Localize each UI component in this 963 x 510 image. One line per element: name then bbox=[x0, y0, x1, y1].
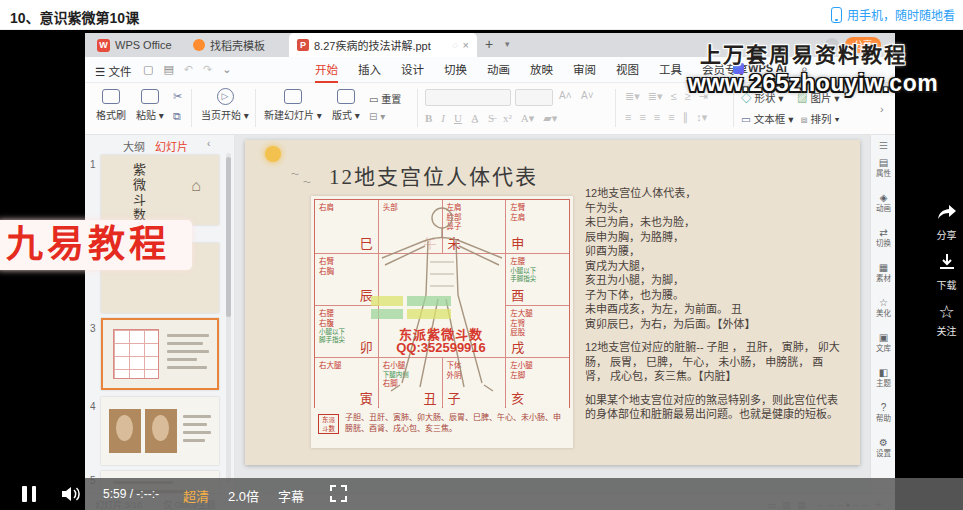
tab-start[interactable]: 开始 bbox=[315, 57, 338, 83]
rail-settings[interactable]: ⚙设置 bbox=[871, 437, 896, 458]
thumb3-mini-diagram bbox=[113, 329, 159, 379]
tab-docer-templates[interactable]: 找稻壳模板 bbox=[185, 33, 273, 57]
number-list-icon[interactable]: ≣▾ bbox=[648, 90, 663, 103]
ribbon-divider bbox=[191, 89, 192, 127]
layout-button[interactable]: 版式 ▾ bbox=[327, 89, 365, 122]
watermark-headline: 上万套周易资料教程 bbox=[700, 38, 907, 68]
play-from-current-button[interactable]: ▷ 当页开始 ▾ bbox=[197, 88, 253, 122]
tab-list-caret-icon[interactable]: ▾ bbox=[505, 39, 510, 49]
print-icon[interactable]: ▤ bbox=[163, 63, 173, 76]
format-painter-button[interactable]: 格式刷 bbox=[93, 89, 129, 122]
justify-icon[interactable]: ≡ bbox=[668, 111, 674, 124]
rail-animation[interactable]: ◈动画 bbox=[871, 192, 896, 213]
ribbon-menu-tabs: 开始 插入 设计 切换 动画 放映 审阅 视图 工具 会员专享 bbox=[315, 57, 748, 83]
highlight-block bbox=[371, 296, 403, 306]
close-tab-icon[interactable]: × bbox=[463, 39, 469, 51]
download-action-button[interactable]: 下载 bbox=[930, 253, 963, 292]
font-color-icon[interactable]: A▾ bbox=[521, 112, 534, 125]
palace-cell-shen: 左臂 左肩申 bbox=[506, 200, 569, 253]
ribbon-expand-icon[interactable]: › bbox=[880, 103, 884, 115]
slide-thumb-4[interactable] bbox=[101, 397, 219, 465]
subtitle-button[interactable]: 字幕 bbox=[278, 486, 304, 505]
line-spacing-icon[interactable]: ↕▾ bbox=[696, 111, 707, 124]
collapse-panel-icon[interactable]: ‹ bbox=[207, 138, 210, 149]
speed-button[interactable]: 2.0倍 bbox=[228, 486, 259, 505]
tab-transition[interactable]: 切换 bbox=[444, 57, 467, 83]
watermark-url: www.265zhouyiw.com bbox=[688, 70, 938, 97]
redo-icon[interactable]: ↷ bbox=[203, 63, 212, 76]
tab-outline[interactable]: 大纲 bbox=[123, 138, 145, 154]
grow-font-icon[interactable]: A˄ bbox=[559, 90, 572, 101]
tab-document[interactable]: P 8.27疾病的技法讲解.ppt ◌ × bbox=[289, 33, 477, 57]
font-family-select[interactable] bbox=[425, 89, 511, 106]
outdent-icon[interactable]: ≤ bbox=[671, 90, 677, 103]
align-format-group: ≡ ≡ ≡ ≡ ∥ ↕▾ bbox=[625, 111, 707, 124]
tab-design[interactable]: 设计 bbox=[401, 57, 424, 83]
share-action-button[interactable]: 分享 bbox=[930, 203, 963, 242]
rail-beautify[interactable]: ☆美化 bbox=[871, 297, 896, 318]
paste-button[interactable]: 粘贴 ▾ bbox=[133, 89, 167, 122]
align-right-icon[interactable]: ≡ bbox=[654, 111, 660, 124]
tab-view[interactable]: 视图 bbox=[616, 57, 639, 83]
lesson-title: 10、意识紫微第10课 bbox=[10, 7, 139, 27]
tab-review[interactable]: 审阅 bbox=[573, 57, 596, 83]
tab-animation[interactable]: 动画 bbox=[487, 57, 510, 83]
beautify-icon: ☆ bbox=[871, 297, 896, 309]
organ-caption: 子胆、丑肝、寅肺、卯大肠、辰胃、巳脾、午心、未小肠、申膀胱、酉肾、戌心包、亥三焦… bbox=[345, 412, 567, 434]
quality-button[interactable]: 超清 bbox=[183, 486, 209, 505]
superscript-icon[interactable]: x² bbox=[503, 112, 512, 125]
rail-assets[interactable]: ▦素材 bbox=[871, 262, 896, 283]
section-button[interactable]: ⊟ ▾ bbox=[369, 111, 385, 122]
video-control-bar: 5:59 / -:--:- 超清 2.0倍 字幕 bbox=[0, 478, 963, 510]
rail-library[interactable]: ▣文库 bbox=[871, 332, 896, 353]
new-tab-button[interactable]: + bbox=[485, 36, 493, 52]
font-size-select[interactable] bbox=[515, 89, 553, 106]
highlight-block bbox=[407, 296, 451, 306]
undo-icon[interactable]: ↶ bbox=[184, 63, 193, 76]
volume-icon[interactable] bbox=[60, 486, 82, 502]
watch-on-mobile-link[interactable]: 用手机，随时随地看 bbox=[831, 6, 955, 23]
reset-button[interactable]: ▭ 重置 bbox=[369, 91, 401, 106]
more-caret-icon[interactable]: ⌄ bbox=[222, 63, 231, 76]
mobile-hint-label: 用手机，随时随地看 bbox=[847, 6, 955, 23]
panel-tabs: 大纲 幻灯片 ‹ bbox=[85, 135, 235, 155]
align-center-icon[interactable]: ≡ bbox=[639, 111, 645, 124]
slide-thumb-3-selected[interactable] bbox=[101, 318, 219, 390]
control-bar-background bbox=[85, 478, 963, 510]
underline-icon[interactable]: U bbox=[454, 112, 462, 125]
rail-properties[interactable]: ▤属性 bbox=[871, 157, 896, 178]
highlight-icon[interactable]: ▰▾ bbox=[543, 112, 557, 125]
tab-slideshow[interactable]: 放映 bbox=[530, 57, 553, 83]
current-slide[interactable]: 〜 〜 12地支宫位人体代表 右肩巳 头部午 左肩 脸部 鼻子未 左臂 左肩申 … bbox=[245, 140, 860, 465]
rail-menu-icon[interactable]: ☰ bbox=[871, 140, 896, 151]
columns-icon[interactable]: ∥ bbox=[683, 111, 689, 124]
rail-theme[interactable]: ◧主题 bbox=[871, 367, 896, 388]
body-line: 卯酉为腰， bbox=[585, 244, 843, 259]
italic-icon[interactable]: I bbox=[441, 112, 445, 125]
file-menu-button[interactable]: ☰ 文件 bbox=[95, 63, 132, 79]
fullscreen-icon[interactable] bbox=[330, 485, 347, 502]
arrange-button[interactable]: ⧈ 排列 ▾ bbox=[801, 111, 840, 126]
tab-insert[interactable]: 插入 bbox=[358, 57, 381, 83]
shrink-font-icon[interactable]: A˅ bbox=[581, 90, 594, 101]
cut-icon[interactable]: ✂ bbox=[173, 90, 182, 103]
slide-thumb-1[interactable]: 紫微斗数 ⌂ bbox=[101, 155, 219, 225]
rail-transition[interactable]: ⇄切换 bbox=[871, 227, 896, 248]
char-spacing-icon[interactable]: A̲ bbox=[471, 112, 479, 125]
textbox-button[interactable]: ▭ 文本框 ▾ bbox=[741, 111, 794, 126]
strikethrough-icon[interactable]: S̶ bbox=[488, 112, 494, 125]
align-left-icon[interactable]: ≡ bbox=[625, 111, 631, 124]
thumbnail-scrollbar-thumb[interactable] bbox=[226, 157, 231, 317]
tab-tools[interactable]: 工具 bbox=[659, 57, 682, 83]
tab-wps-home[interactable]: W WPS Office bbox=[89, 33, 180, 57]
bullet-list-icon[interactable]: ≣▾ bbox=[625, 90, 640, 103]
copy-icon[interactable]: ⧉ bbox=[173, 110, 181, 123]
new-slide-button[interactable]: 新建幻灯片 ▾ bbox=[261, 89, 325, 122]
bold-icon[interactable]: B bbox=[425, 112, 432, 125]
save-icon[interactable]: ▢ bbox=[143, 63, 153, 76]
rail-help[interactable]: ?帮助 bbox=[871, 402, 896, 423]
highlight-block bbox=[371, 309, 403, 319]
watermark-banner: 九易教程 bbox=[0, 220, 192, 270]
pause-button[interactable] bbox=[22, 486, 36, 502]
follow-action-button[interactable]: ☆ 关注 bbox=[930, 303, 963, 338]
